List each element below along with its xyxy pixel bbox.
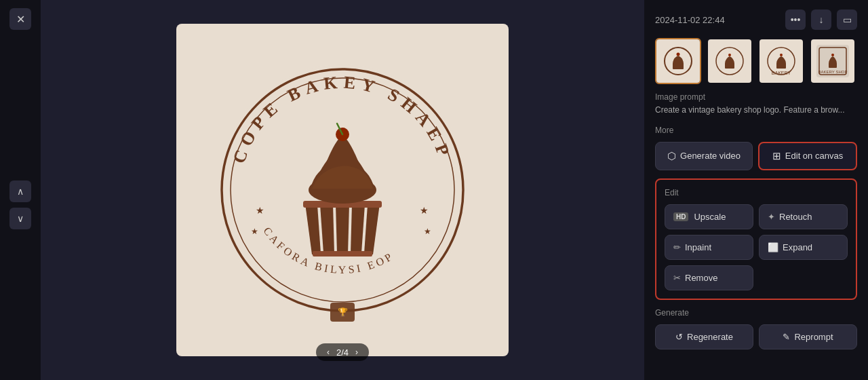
more-actions-row: ⬡ Generate video ⊞ Edit on canvas — [655, 142, 857, 170]
expand-icon: ⬜ — [768, 242, 778, 252]
edit-section: Edit HD Upscale ✦ Retouch ✏ Inpaint ⬜ Ex… — [655, 178, 857, 300]
image-prompt-text: Create a vintage bakery shop logo. Featu… — [655, 104, 857, 116]
edit-label: Edit — [665, 188, 848, 197]
next-page-button[interactable]: › — [353, 346, 361, 358]
thumbnail-1[interactable] — [655, 38, 701, 84]
nav-down-button[interactable]: ∨ — [9, 208, 31, 229]
logo-image: COPE BAKEY SHAEP CAFORA BILYSI EOP ★ ★ ★… — [200, 48, 485, 332]
page-number: 2/4 — [336, 347, 349, 358]
regenerate-button[interactable]: ↺ Regenerate — [655, 324, 753, 349]
edit-on-canvas-button[interactable]: ⊞ Edit on canvas — [758, 142, 857, 170]
thumb-image-2 — [713, 45, 746, 77]
inpaint-icon: ✏ — [673, 242, 681, 252]
svg-point-36 — [831, 54, 834, 56]
image-container: COPE BAKEY SHAEP CAFORA BILYSI EOP ★ ★ ★… — [176, 24, 509, 356]
more-section-label: More — [655, 126, 857, 135]
edit-canvas-icon: ⊞ — [772, 150, 781, 162]
reprompt-button[interactable]: ✎ Reprompt — [759, 324, 857, 349]
svg-rect-22 — [673, 62, 684, 69]
reprompt-icon: ✎ — [783, 332, 790, 342]
regenerate-label: Regenerate — [687, 332, 733, 342]
chevron-down-icon: ∨ — [17, 213, 24, 224]
edit-grid: HD Upscale ✦ Retouch ✏ Inpaint ⬜ Expand … — [665, 204, 848, 290]
image-footer: ‹ 2/4 › — [316, 343, 369, 361]
retouch-button[interactable]: ✦ Retouch — [759, 204, 848, 229]
header-actions: ••• ↓ ▭ — [785, 10, 857, 30]
timestamp: 2024-11-02 22:44 — [655, 15, 725, 25]
upscale-button[interactable]: HD Upscale — [665, 204, 753, 229]
svg-point-23 — [677, 53, 680, 56]
svg-text:★: ★ — [251, 227, 258, 236]
left-sidebar: ✕ ∧ ∨ — [0, 0, 41, 380]
remove-icon: ✂ — [673, 273, 681, 283]
reprompt-label: Reprompt — [794, 332, 833, 342]
generate-video-button[interactable]: ⬡ Generate video — [655, 142, 753, 170]
upscale-label: Upscale — [694, 212, 726, 222]
svg-text:★: ★ — [424, 227, 431, 236]
close-icon: ✕ — [16, 13, 25, 26]
generate-video-label: Generate video — [680, 151, 741, 161]
close-button[interactable]: ✕ — [9, 8, 31, 30]
inpaint-label: Inpaint — [685, 242, 711, 252]
generate-section-label: Generate — [655, 308, 857, 318]
hd-badge: HD — [673, 212, 688, 221]
retouch-icon: ✦ — [768, 212, 775, 222]
expand-button[interactable]: ⬜ Expand — [759, 235, 848, 260]
svg-text:★: ★ — [420, 205, 429, 216]
more-icon: ••• — [791, 14, 801, 25]
thumbnail-2[interactable] — [707, 38, 753, 84]
bookmark-button[interactable]: ▭ — [837, 10, 857, 30]
retouch-label: Retouch — [779, 212, 812, 222]
thumbnail-4[interactable]: BAKERY SHOP — [810, 38, 856, 84]
svg-rect-26 — [725, 62, 734, 69]
svg-text:🏆: 🏆 — [338, 307, 348, 317]
svg-text:★: ★ — [256, 205, 264, 216]
svg-rect-35 — [829, 62, 837, 68]
thumb-image-4: BAKERY SHOP — [816, 45, 849, 77]
right-panel: 2024-11-02 22:44 ••• ↓ ▭ — [644, 0, 868, 380]
svg-line-11 — [349, 204, 351, 254]
svg-rect-30 — [776, 62, 786, 69]
regenerate-icon: ↺ — [675, 332, 683, 342]
svg-point-31 — [780, 54, 783, 56]
edit-on-canvas-label: Edit on canvas — [785, 151, 843, 161]
nav-arrows: ∧ ∨ — [9, 180, 31, 229]
remove-label: Remove — [685, 273, 717, 283]
svg-rect-14 — [313, 251, 372, 256]
main-content: COPE BAKEY SHAEP CAFORA BILYSI EOP ★ ★ ★… — [41, 0, 644, 380]
inpaint-button[interactable]: ✏ Inpaint — [665, 235, 753, 260]
bookmark-icon: ▭ — [843, 14, 852, 25]
generate-row: ↺ Regenerate ✎ Reprompt — [655, 324, 857, 349]
thumbnails-row: BAKERY BAKERY SHOP — [655, 38, 857, 84]
chevron-up-icon: ∧ — [17, 186, 24, 197]
download-icon: ↓ — [819, 14, 824, 25]
svg-text:BAKERY SHOP: BAKERY SHOP — [818, 70, 848, 74]
svg-text:BAKERY: BAKERY — [772, 71, 791, 75]
svg-point-27 — [728, 54, 731, 56]
svg-line-10 — [334, 204, 336, 254]
prev-page-button[interactable]: ‹ — [324, 346, 332, 358]
nav-up-button[interactable]: ∧ — [9, 180, 31, 202]
image-prompt-label: Image prompt — [655, 92, 857, 102]
thumb-image-1 — [662, 45, 694, 77]
expand-label: Expand — [783, 242, 812, 252]
thumb-image-3: BAKERY — [765, 45, 797, 77]
right-header: 2024-11-02 22:44 ••• ↓ ▭ — [655, 10, 857, 30]
page-indicator: ‹ 2/4 › — [316, 343, 369, 361]
remove-button[interactable]: ✂ Remove — [665, 265, 753, 290]
generate-video-icon: ⬡ — [667, 150, 676, 162]
more-options-button[interactable]: ••• — [785, 10, 806, 30]
download-button[interactable]: ↓ — [811, 10, 831, 30]
thumbnail-3[interactable]: BAKERY — [758, 38, 804, 84]
